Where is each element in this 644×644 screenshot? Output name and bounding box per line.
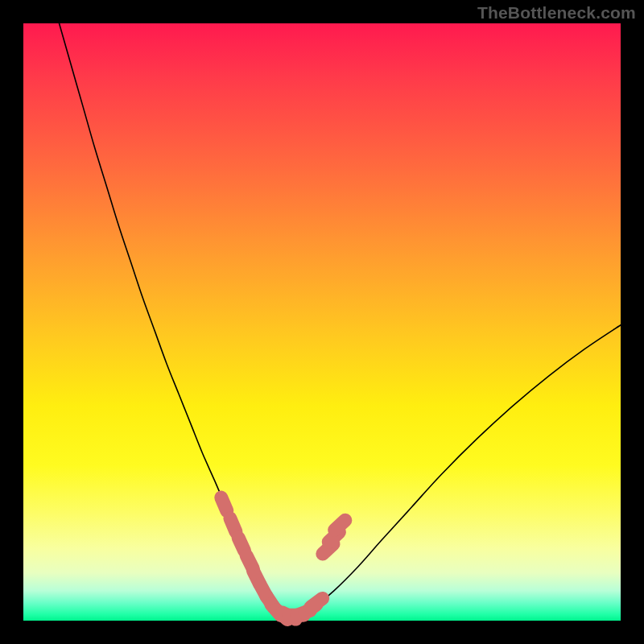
- chart-frame: TheBottleneck.com: [0, 0, 644, 644]
- marker-point: [221, 497, 227, 511]
- marker-point: [238, 538, 245, 551]
- marker-point: [311, 598, 322, 607]
- highlight-markers: [221, 497, 345, 619]
- chart-svg: [23, 23, 621, 621]
- watermark-text: TheBottleneck.com: [477, 3, 636, 23]
- marker-point: [230, 518, 236, 532]
- plot-area: [23, 23, 621, 621]
- marker-point: [335, 520, 345, 530]
